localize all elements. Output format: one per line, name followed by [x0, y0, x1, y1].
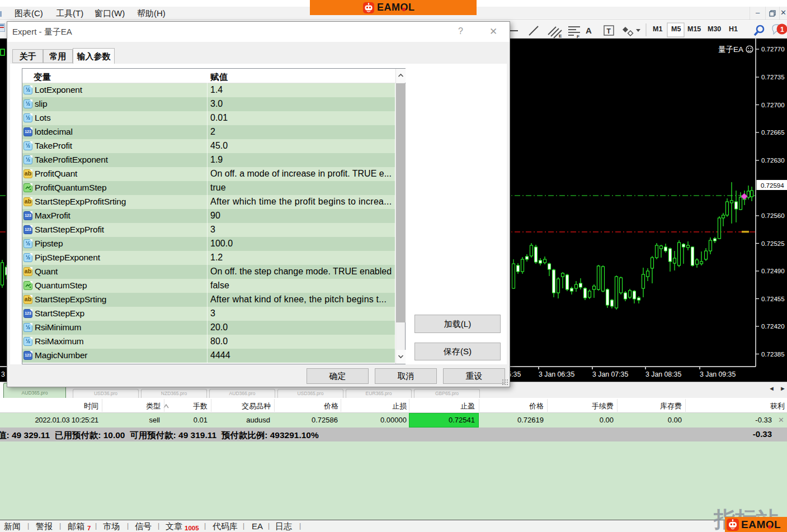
svg-text:0.72455: 0.72455: [761, 296, 785, 302]
svg-text:3 Jan 08:35: 3 Jan 08:35: [645, 370, 681, 378]
svg-text:0.72700: 0.72700: [761, 102, 785, 108]
svg-text:0.72735: 0.72735: [761, 74, 785, 80]
svg-text:0.72490: 0.72490: [761, 268, 785, 274]
svg-text:0.72525: 0.72525: [761, 240, 785, 247]
svg-text:0.72770: 0.72770: [761, 46, 785, 53]
svg-text:0.72594: 0.72594: [761, 182, 784, 189]
svg-text:3 Jan 06:35: 3 Jan 06:35: [539, 370, 574, 378]
svg-text:3 Jan 09:35: 3 Jan 09:35: [700, 370, 736, 378]
svg-text:3: 3: [1, 370, 5, 378]
svg-text:F: F: [577, 34, 579, 39]
svg-text:E: E: [559, 34, 562, 39]
svg-text:0.72385: 0.72385: [761, 351, 785, 358]
svg-text:0.72665: 0.72665: [761, 129, 785, 136]
svg-text:量子EA: 量子EA: [718, 45, 743, 54]
svg-text:T: T: [607, 27, 611, 35]
svg-text:3 Jan 07:35: 3 Jan 07:35: [592, 370, 628, 378]
svg-text:A: A: [586, 26, 592, 35]
svg-text:1: 1: [780, 26, 784, 34]
svg-text:0.72630: 0.72630: [761, 157, 785, 164]
svg-text:0.72560: 0.72560: [761, 212, 785, 219]
svg-text:0.72420: 0.72420: [761, 323, 785, 330]
